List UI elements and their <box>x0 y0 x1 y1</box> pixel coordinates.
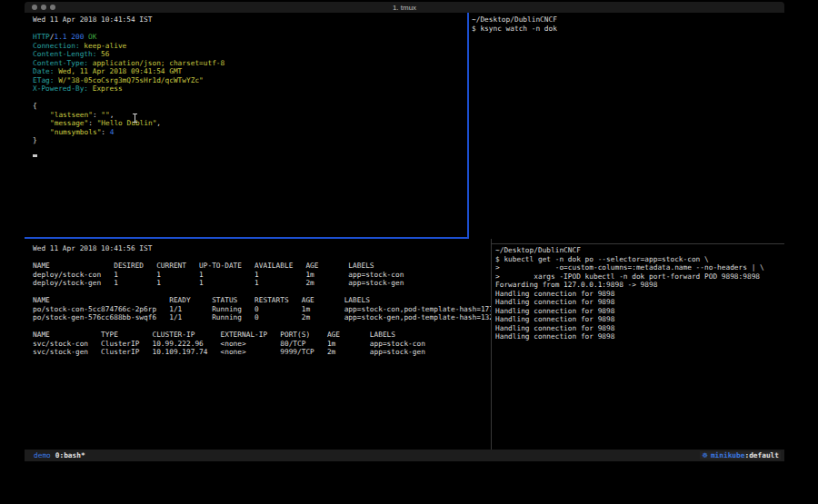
terminal-line: NAME READY STATUS RESTARTS AGE LABELS <box>33 296 491 305</box>
response-header: Connection: keep-alive <box>33 42 467 51</box>
terminal-window: 1. tmux Wed 11 Apr 2018 10:41:54 IST HTT… <box>25 2 784 463</box>
response-header: ETag: W/"38-05coCsrg3mQ75sHr1d/qcWTwYZc" <box>33 76 467 85</box>
kube-namespace: :default <box>744 451 779 460</box>
json-comma: , <box>156 119 161 127</box>
terminal-line: Handling connection for 9898 <box>495 332 784 341</box>
port-forward-output: $ kubectl get -n dok po --selector=app=s… <box>495 255 784 341</box>
timestamp-line: Wed 11 Apr 2018 10:41:56 IST <box>33 244 491 253</box>
header-value: Express <box>93 84 123 93</box>
response-header: Date: Wed, 11 Apr 2018 09:41:54 GMT <box>33 67 467 76</box>
header-name: Content-Type: <box>33 59 93 67</box>
terminal-line: po/stock-con-5cc874766c-2p6rp 1/1 Runnin… <box>33 305 491 314</box>
terminal-line: > -o=custom-columns=:metadata.name --no-… <box>495 263 784 272</box>
pane-port-forward[interactable]: ~/Desktop/DublinCNCF $ kubectl get -n do… <box>492 244 784 450</box>
json-value: "" <box>101 111 109 119</box>
terminal-line: svc/stock-con ClusterIP 10.99.222.96 <no… <box>33 340 491 349</box>
status-left: demo 0:bash* <box>34 451 85 460</box>
window-tab-bash[interactable]: 0:bash* <box>55 451 85 460</box>
terminal-line: Handling connection for 9898 <box>495 307 784 316</box>
json-field: "lastseen": "", <box>33 111 467 120</box>
terminal-line: po/stock-gen-576cc688bb-swqf6 1/1 Runnin… <box>33 313 491 322</box>
kubectl-output: NAME DESIRED CURRENT UP-TO-DATE AVAILABL… <box>33 253 491 357</box>
response-header: Content-Length: 56 <box>33 50 467 59</box>
command-line: $ ksync watch -n dok <box>472 25 784 34</box>
header-value: keep-alive <box>84 42 126 50</box>
pane-kubectl-get[interactable]: Wed 11 Apr 2018 10:41:56 IST NAME DESIRE… <box>25 239 492 450</box>
kubernetes-helm-icon: ☸ <box>702 451 708 460</box>
response-header: X-Powered-By: Express <box>33 84 467 94</box>
json-value: "Hello Dublin" <box>97 119 157 127</box>
terminal-line: NAME TYPE CLUSTER-IP EXTERNAL-IP PORT(S)… <box>33 331 491 340</box>
json-field: "numsymbols": 4 <box>33 128 467 137</box>
response-header: Content-Type: application/json; charset=… <box>33 59 467 68</box>
json-key: "message" <box>50 119 88 127</box>
header-name: Date: <box>33 67 58 75</box>
header-name: Connection: <box>33 42 84 50</box>
http-reason: OK <box>88 33 96 41</box>
tmux-terminal: Wed 11 Apr 2018 10:41:54 IST HTTP/1.1 20… <box>25 2 784 450</box>
json-separator: : <box>93 111 101 119</box>
header-value: Wed, 11 Apr 2018 09:41:54 GMT <box>58 67 182 75</box>
mouse-cursor-ibeam <box>133 114 137 123</box>
pane-ksync[interactable]: ~/Desktop/DublinCNCF $ ksync watch -n do… <box>469 13 784 244</box>
http-protocol: HTTP <box>33 33 50 41</box>
terminal-line: Handling connection for 9898 <box>495 315 784 324</box>
json-key: "lastseen" <box>50 111 93 119</box>
tmux-status-bar: demo 0:bash* ☸ minikube :default <box>25 450 784 461</box>
terminal-line: deploy/stock-gen 1 1 1 1 2m app=stock-ge… <box>33 279 491 288</box>
json-open-brace: { <box>33 102 467 111</box>
terminal-line <box>33 253 491 262</box>
terminal-cursor <box>33 154 37 157</box>
http-version-status: 1.1 200 <box>54 33 88 41</box>
json-field: "message": "Hello Dublin", <box>33 119 467 128</box>
header-name: X-Powered-By: <box>33 84 93 93</box>
terminal-line: NAME DESIRED CURRENT UP-TO-DATE AVAILABL… <box>33 262 491 271</box>
terminal-line <box>33 288 491 297</box>
terminal-line: deploy/stock-con 1 1 1 1 1m app=stock-co… <box>33 271 491 280</box>
terminal-line <box>33 322 491 331</box>
terminal-line: Handling connection for 9898 <box>495 290 784 299</box>
json-close-brace: } <box>33 136 467 145</box>
desktop: { "window": { "title": "1. tmux" }, "col… <box>0 0 818 504</box>
cwd-line: ~/Desktop/DublinCNCF <box>495 246 784 255</box>
terminal-line: Forwarding from 127.0.0.1:9898 -> 9898 <box>495 281 784 290</box>
terminal-line: $ kubectl get -n dok po --selector=app=s… <box>495 255 784 264</box>
status-right: ☸ minikube :default <box>700 451 781 460</box>
header-name: Content-Length: <box>33 50 101 58</box>
header-value: application/json; charset=utf-8 <box>93 59 225 67</box>
timestamp-line: Wed 11 Apr 2018 10:41:54 IST <box>33 15 467 25</box>
json-separator: : <box>88 119 96 127</box>
session-name: demo <box>34 451 51 460</box>
header-value: 56 <box>101 50 109 58</box>
http-status-line: HTTP/1.1 200 OK <box>33 33 467 42</box>
json-key: "numsymbols" <box>50 128 101 136</box>
json-separator: : <box>101 128 109 136</box>
terminal-line: Handling connection for 9898 <box>495 298 784 307</box>
json-value: 4 <box>110 128 115 136</box>
terminal-line: Handling connection for 9898 <box>495 324 784 333</box>
kube-context: minikube <box>711 451 745 460</box>
header-name: ETag: <box>33 76 58 84</box>
terminal-line: svc/stock-gen ClusterIP 10.109.197.74 <n… <box>33 348 491 357</box>
terminal-line: > xargs -IPOD kubectl -n dok port-forwar… <box>495 272 784 282</box>
pane-http-response[interactable]: Wed 11 Apr 2018 10:41:54 IST HTTP/1.1 20… <box>25 13 469 239</box>
header-value: W/"38-05coCsrg3mQ75sHr1d/qcWTwYZc" <box>58 76 204 84</box>
json-comma: , <box>110 111 115 119</box>
cwd-line: ~/Desktop/DublinCNCF <box>472 15 784 25</box>
